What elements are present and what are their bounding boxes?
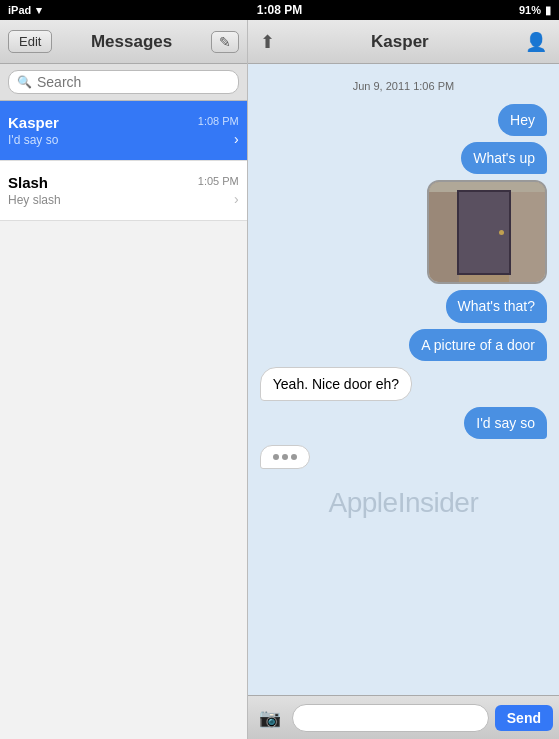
conv-content-slash: Slash Hey slash xyxy=(8,174,198,207)
typing-dot-2 xyxy=(282,454,288,460)
conv-time-slash: 1:05 PM xyxy=(198,175,239,187)
bubble-picture: A picture of a door xyxy=(409,329,547,361)
search-input[interactable] xyxy=(37,74,230,90)
bubble-sayso: I'd say so xyxy=(464,407,547,439)
typing-indicator xyxy=(260,445,310,469)
door-image xyxy=(429,182,547,282)
battery-icon: ▮ xyxy=(545,4,551,17)
message-row-nicedoor: Yeah. Nice door eh? xyxy=(260,367,547,401)
conversation-list: Kasper I'd say so 1:08 PM › Slash Hey sl… xyxy=(0,101,247,739)
chevron-icon-kasper: › xyxy=(234,131,239,147)
time-display: 1:08 PM xyxy=(257,3,302,17)
chat-contact-name: Kasper xyxy=(275,32,525,52)
bubble-whatsup: What's up xyxy=(461,142,547,174)
search-bar: 🔍 xyxy=(0,64,247,101)
chat-header: ⬆ Kasper 👤 xyxy=(248,20,559,64)
messages-panel: Edit Messages ✎ 🔍 Kasper I'd say so 1 xyxy=(0,20,248,739)
app-container: Edit Messages ✎ 🔍 Kasper I'd say so 1 xyxy=(0,20,559,739)
message-row-sayso: I'd say so xyxy=(260,407,547,439)
message-row-hey: Hey xyxy=(260,104,547,136)
search-wrapper: 🔍 xyxy=(8,70,239,94)
conversation-item-kasper[interactable]: Kasper I'd say so 1:08 PM › xyxy=(0,101,247,161)
profile-button[interactable]: 👤 xyxy=(525,31,547,53)
messages-header: Edit Messages ✎ xyxy=(0,20,247,64)
conv-time-kasper: 1:08 PM xyxy=(198,115,239,127)
bubble-nicedoor: Yeah. Nice door eh? xyxy=(260,367,412,401)
conversation-item-slash[interactable]: Slash Hey slash 1:05 PM › xyxy=(0,161,247,221)
bubble-hey: Hey xyxy=(498,104,547,136)
conv-name-slash: Slash xyxy=(8,174,198,191)
conv-meta-kasper: 1:08 PM › xyxy=(198,115,239,147)
conv-preview-kasper: I'd say so xyxy=(8,133,198,147)
search-icon: 🔍 xyxy=(17,75,32,89)
typing-dot-3 xyxy=(291,454,297,460)
message-row-image xyxy=(260,180,547,284)
camera-icon: 📷 xyxy=(259,707,281,729)
bubble-whatsthat: What's that? xyxy=(446,290,547,322)
send-button[interactable]: Send xyxy=(495,705,553,731)
edit-button[interactable]: Edit xyxy=(8,30,52,53)
status-left: iPad ▾ xyxy=(8,4,42,17)
share-button[interactable]: ⬆ xyxy=(260,31,275,53)
chevron-icon-slash: › xyxy=(234,191,239,207)
message-row-picture: A picture of a door xyxy=(260,329,547,361)
typing-dot-1 xyxy=(273,454,279,460)
wifi-icon: ▾ xyxy=(36,4,42,17)
camera-button[interactable]: 📷 xyxy=(254,702,286,734)
messages-title: Messages xyxy=(91,32,172,52)
message-input[interactable] xyxy=(292,704,489,732)
compose-icon: ✎ xyxy=(219,34,231,50)
conv-name-kasper: Kasper xyxy=(8,114,198,131)
chat-panel: ⬆ Kasper 👤 Jun 9, 2011 1:06 PM Hey What'… xyxy=(248,20,559,739)
conv-preview-slash: Hey slash xyxy=(8,193,198,207)
status-right: 91% ▮ xyxy=(519,4,551,17)
date-label: Jun 9, 2011 1:06 PM xyxy=(260,80,547,92)
device-label: iPad xyxy=(8,4,31,16)
message-row-whatsup: What's up xyxy=(260,142,547,174)
image-bubble-door[interactable] xyxy=(427,180,547,284)
message-row-whatsthat: What's that? xyxy=(260,290,547,322)
battery-pct: 91% xyxy=(519,4,541,16)
chat-messages: Jun 9, 2011 1:06 PM Hey What's up xyxy=(248,64,559,695)
typing-indicator-row xyxy=(260,445,547,469)
compose-button[interactable]: ✎ xyxy=(211,31,239,53)
conv-content-kasper: Kasper I'd say so xyxy=(8,114,198,147)
status-bar: iPad ▾ 1:08 PM 91% ▮ xyxy=(0,0,559,20)
conv-meta-slash: 1:05 PM › xyxy=(198,175,239,207)
chat-input-area: 📷 Send xyxy=(248,695,559,739)
